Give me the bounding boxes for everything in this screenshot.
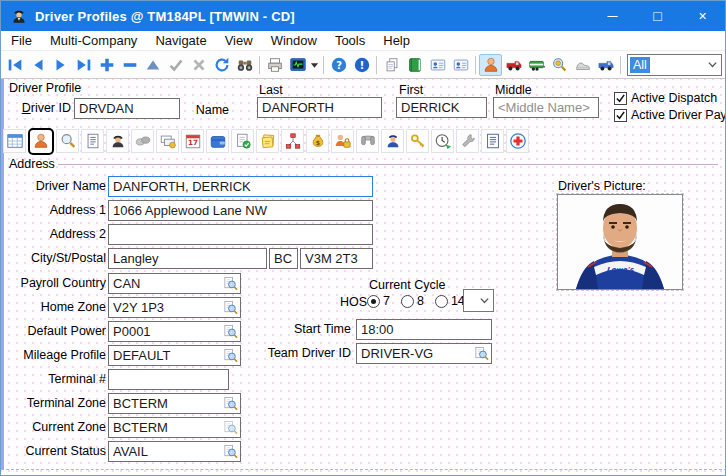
next-record-icon[interactable] [49, 54, 72, 76]
driver-icon[interactable] [479, 54, 502, 76]
menu-window[interactable]: Window [262, 31, 326, 51]
triangle-up-icon[interactable] [141, 54, 164, 76]
current-zone-lookup-icon[interactable] [223, 420, 238, 435]
handshake-icon[interactable] [131, 129, 154, 153]
medical-icon[interactable] [506, 129, 529, 153]
carrier-icon[interactable] [594, 54, 617, 76]
hos-label: HOS [331, 292, 367, 313]
team-driver-id-input[interactable] [361, 346, 474, 361]
last-name-input[interactable] [262, 100, 379, 115]
command-window-icon[interactable] [286, 54, 309, 76]
driver-profile-icon[interactable] [28, 128, 54, 155]
dropdown-arrow-icon[interactable] [309, 54, 320, 76]
sticky-notes-icon[interactable] [256, 129, 279, 153]
officer-icon[interactable] [381, 129, 404, 153]
city-field-box [108, 248, 267, 269]
active-dispatch-checkbox[interactable]: Active Dispatch [614, 91, 717, 105]
search-icon[interactable] [56, 129, 79, 153]
last-record-icon[interactable] [72, 54, 95, 76]
previous-record-icon[interactable] [26, 54, 49, 76]
menu-navigate[interactable]: Navigate [146, 31, 215, 51]
first-name-input[interactable] [401, 100, 484, 115]
pay-cards-icon[interactable] [156, 129, 179, 153]
chauffeur-icon[interactable] [106, 129, 129, 153]
employee-card-icon[interactable] [449, 54, 472, 76]
payroll-country-lookup-icon[interactable] [223, 276, 238, 291]
title-bar: Driver Profiles @ TM184PL [TMWIN - CD] ─… [1, 1, 725, 31]
current-status-input[interactable] [113, 444, 223, 459]
save-icon[interactable] [164, 54, 187, 76]
approved-doc-icon[interactable] [231, 129, 254, 153]
menu-multi-company[interactable]: Multi-Company [41, 31, 146, 51]
phone-icon[interactable] [356, 129, 379, 153]
driver-id-input[interactable] [79, 101, 177, 116]
key-icon[interactable] [406, 129, 429, 153]
team-driver-id-lookup-icon[interactable] [474, 346, 489, 361]
tractor-icon[interactable] [502, 54, 525, 76]
profile-toolbar: 17$ [3, 127, 531, 155]
delete-record-icon[interactable] [118, 54, 141, 76]
hos-cycle-14-radio[interactable] [435, 295, 448, 308]
default-power-lookup-icon[interactable] [223, 324, 238, 339]
home-zone-lookup-icon[interactable] [223, 300, 238, 315]
calendar-icon[interactable]: 17 [181, 129, 204, 153]
minimize-button[interactable]: ─ [590, 1, 635, 31]
mileage-profile-lookup-icon[interactable] [223, 348, 238, 363]
menu-file[interactable]: File [1, 31, 41, 51]
middle-name-input[interactable] [498, 100, 596, 115]
payroll-country-input[interactable] [113, 276, 223, 291]
report-icon[interactable] [481, 129, 504, 153]
print-icon[interactable] [263, 54, 286, 76]
shoe-icon[interactable] [571, 54, 594, 76]
mileage-profile-input[interactable] [113, 348, 223, 363]
terminal-zone-label: Terminal Zone [3, 393, 106, 414]
menu-view[interactable]: View [216, 31, 262, 51]
copy-profile-icon[interactable] [380, 54, 403, 76]
driver-name-input[interactable] [113, 179, 370, 194]
network-icon[interactable] [281, 129, 304, 153]
help-icon[interactable]: ? [327, 54, 350, 76]
cancel-icon[interactable] [187, 54, 210, 76]
menu-help[interactable]: Help [374, 31, 419, 51]
last-name-field-box [257, 97, 382, 118]
terminal-zone-lookup-icon[interactable] [223, 396, 238, 411]
state-input[interactable] [274, 251, 295, 266]
profile-notes-icon[interactable] [81, 129, 104, 153]
rate-search-icon[interactable] [548, 54, 571, 76]
driver-card-icon[interactable] [426, 54, 449, 76]
address2-input[interactable] [113, 227, 370, 242]
about-icon[interactable]: ! [350, 54, 373, 76]
address-book-icon[interactable] [403, 54, 426, 76]
close-button[interactable]: × [680, 1, 725, 31]
refresh-icon[interactable] [210, 54, 233, 76]
pay-grid-icon[interactable] [3, 129, 26, 153]
hos-cycle-combo[interactable] [463, 289, 494, 312]
current-zone-input[interactable] [113, 420, 223, 435]
start-time-input[interactable] [361, 322, 489, 337]
active-driver-pay-checkbox[interactable]: Active Driver Pay [614, 108, 726, 122]
user-lock-icon[interactable] [331, 129, 354, 153]
terminal-zone-input[interactable] [113, 396, 223, 411]
city-input[interactable] [113, 251, 264, 266]
address1-input[interactable] [113, 203, 370, 218]
home-zone-input[interactable] [113, 300, 223, 315]
menu-tools[interactable]: Tools [326, 31, 374, 51]
svg-text:17: 17 [187, 138, 197, 147]
first-record-icon[interactable] [3, 54, 26, 76]
add-record-icon[interactable] [95, 54, 118, 76]
find-icon[interactable] [233, 54, 256, 76]
money-bag-icon[interactable]: $ [306, 129, 329, 153]
default-power-input[interactable] [113, 324, 223, 339]
maximize-button[interactable]: □ [635, 1, 680, 31]
hos-cycle-7-radio[interactable] [367, 295, 380, 308]
terminal-number-input[interactable] [113, 372, 226, 387]
wallet-icon[interactable] [206, 129, 229, 153]
clock-icon[interactable] [431, 129, 454, 153]
postal-input[interactable] [305, 251, 370, 266]
filter-combo[interactable]: All [627, 54, 722, 76]
chevron-down-icon[interactable] [704, 56, 721, 74]
trailer-icon[interactable] [525, 54, 548, 76]
current-status-lookup-icon[interactable] [223, 444, 238, 459]
wrench-icon[interactable] [456, 129, 479, 153]
hos-cycle-8-radio[interactable] [401, 295, 414, 308]
